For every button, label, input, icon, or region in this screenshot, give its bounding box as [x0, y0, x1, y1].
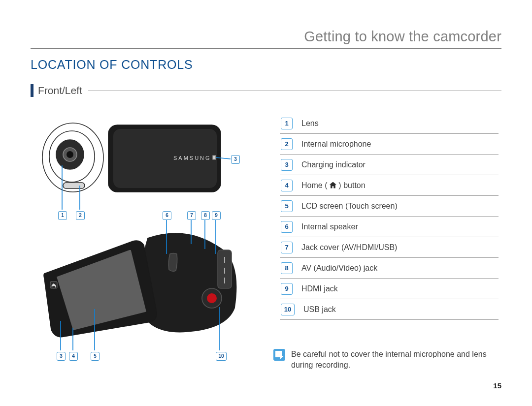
legend-row: 8 AV (Audio/Video) jack	[280, 258, 499, 279]
diagram-callout-10: 10	[216, 352, 227, 361]
legend-num: 3	[281, 159, 293, 171]
diagram-callout-4: 4	[69, 352, 78, 361]
legend-num: 10	[281, 304, 295, 315]
legend-row: 6 Internal speaker	[280, 217, 499, 237]
legend-num: 5	[281, 200, 293, 212]
svg-rect-7	[63, 183, 85, 188]
diagram-callout-3a: 3	[231, 155, 240, 164]
legend-label: AV (Audio/Video) jack	[301, 264, 377, 273]
subsection-bar	[31, 84, 33, 97]
product-diagram: SAMSUNG	[34, 111, 271, 367]
legend-label: USB jack	[303, 305, 336, 314]
note-block: Be careful not to cover the internal mic…	[273, 349, 500, 370]
legend-row: 10 USB jack	[280, 299, 499, 320]
legend-num: 9	[281, 283, 293, 295]
diagram-callout-1: 1	[58, 211, 67, 220]
subsection-heading: Front/Left	[31, 84, 501, 97]
note-text: Be careful not to cover the internal mic…	[291, 349, 500, 370]
diagram-callout-7: 7	[187, 211, 196, 220]
diagram-callout-3b: 3	[57, 352, 66, 361]
page-number: 15	[493, 381, 501, 390]
header-rule	[31, 48, 501, 49]
subsection-title: Front/Left	[38, 85, 82, 96]
diagram-callout-6: 6	[163, 211, 171, 220]
note-icon	[273, 349, 285, 361]
chapter-title: Getting to know the camcorder	[304, 29, 501, 45]
section-title: LOCATION OF CONTROLS	[31, 58, 193, 72]
legend-label: Internal microphone	[301, 140, 371, 149]
diagram-callout-8: 8	[201, 211, 210, 220]
legend-label-post: ) button	[338, 181, 365, 189]
subsection-rule	[88, 91, 501, 91]
diagram-callout-5: 5	[91, 352, 100, 361]
svg-point-6	[66, 151, 73, 158]
legend-row: 1 Lens	[280, 113, 499, 134]
legend-label: Charging indicator	[301, 160, 366, 169]
legend-row: 7 Jack cover (AV/HDMI/USB)	[280, 237, 499, 258]
svg-point-13	[207, 293, 217, 303]
legend-num: 6	[281, 221, 293, 233]
svg-rect-8	[213, 156, 216, 159]
legend-row: 3 Charging indicator	[280, 155, 499, 175]
legend-row: 5 LCD screen (Touch screen)	[280, 196, 499, 217]
legend-num: 1	[281, 118, 293, 129]
legend-num: 7	[281, 242, 293, 253]
legend-num: 4	[281, 180, 293, 191]
diagram-callout-9: 9	[212, 211, 221, 220]
legend-label: Lens	[301, 119, 319, 128]
legend-row: 9 HDMI jack	[280, 279, 499, 299]
legend-label: HDMI jack	[301, 284, 338, 293]
legend-row: 2 Internal microphone	[280, 134, 499, 155]
brand-label: SAMSUNG	[173, 155, 211, 161]
diagram-callout-2: 2	[76, 211, 85, 220]
legend-label: LCD screen (Touch screen)	[301, 202, 398, 211]
legend-num: 8	[281, 262, 293, 274]
legend-row: 4 Home ( ) button	[280, 175, 499, 196]
legend-label-pre: Home (	[301, 181, 327, 189]
legend-table: 1 Lens 2 Internal microphone 3 Charging …	[280, 113, 499, 320]
legend-label: Internal speaker	[301, 222, 358, 231]
legend-label: Home ( ) button	[301, 181, 366, 190]
legend-label: Jack cover (AV/HDMI/USB)	[301, 243, 397, 252]
legend-num: 2	[281, 138, 293, 150]
home-icon	[330, 182, 336, 188]
